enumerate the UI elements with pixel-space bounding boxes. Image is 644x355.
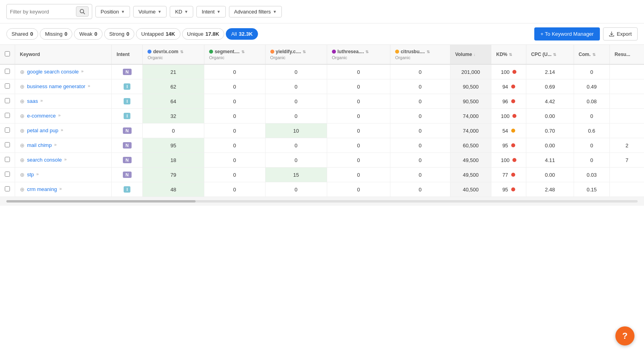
search-button[interactable] bbox=[76, 6, 89, 17]
advanced-filter-btn[interactable]: Advanced filters ▼ bbox=[229, 6, 282, 17]
devrix-cell: 21 bbox=[143, 64, 204, 79]
yieldify-cell: 0 bbox=[265, 94, 327, 109]
scroll-track[interactable] bbox=[6, 200, 638, 203]
tab-strong[interactable]: Strong 0 bbox=[104, 28, 135, 40]
volume-cell: 40,500 bbox=[450, 182, 491, 197]
header-keyword[interactable]: Keyword bbox=[15, 45, 112, 64]
resu-cell bbox=[610, 182, 644, 197]
row-checkbox-cell bbox=[0, 123, 15, 138]
luthresea-cell: 0 bbox=[327, 153, 390, 168]
header-devrix[interactable]: devrix.com ⇅ Organic bbox=[143, 45, 204, 64]
com-cell: 0.08 bbox=[574, 94, 610, 109]
row-checkbox[interactable] bbox=[5, 157, 10, 162]
tab-weak[interactable]: Weak 0 bbox=[74, 28, 102, 40]
expand-icon[interactable]: ⊕ bbox=[20, 69, 25, 75]
cpc-cell: 0.00 bbox=[526, 138, 574, 153]
table-row: ⊕petal and pup »N00100074,00054 0.700.6 bbox=[0, 123, 644, 138]
row-checkbox[interactable] bbox=[5, 172, 10, 177]
header-com[interactable]: Com. ⇅ bbox=[574, 45, 610, 64]
cpc-cell: 0.00 bbox=[526, 109, 574, 123]
keyword-arrows[interactable]: » bbox=[58, 113, 60, 118]
row-checkbox[interactable] bbox=[5, 83, 10, 89]
cpc-cell: 4.42 bbox=[526, 94, 574, 109]
segment-dot bbox=[209, 50, 213, 54]
position-filter-btn[interactable]: Position ▼ bbox=[95, 6, 130, 17]
row-checkbox[interactable] bbox=[5, 142, 10, 147]
expand-icon[interactable]: ⊕ bbox=[20, 98, 25, 104]
devrix-cell: 48 bbox=[143, 182, 204, 197]
header-citrusbu[interactable]: citrusbu.... ⇅ Organic bbox=[390, 45, 450, 64]
intent-badge: N bbox=[123, 172, 132, 178]
intent-badge: N bbox=[123, 69, 132, 75]
kd-chevron-icon: ▼ bbox=[184, 10, 188, 14]
table-row: ⊕google search console »N210000201,00010… bbox=[0, 64, 644, 79]
header-volume[interactable]: Volume ↓ bbox=[450, 45, 491, 64]
yieldify-cell: 0 bbox=[265, 64, 327, 79]
keyword-arrows[interactable]: » bbox=[61, 127, 63, 132]
expand-icon[interactable]: ⊕ bbox=[20, 83, 25, 90]
scroll-thumb[interactable] bbox=[6, 200, 196, 203]
row-checkbox-cell bbox=[0, 94, 15, 109]
expand-icon[interactable]: ⊕ bbox=[20, 186, 25, 193]
citrusbu-cell: 0 bbox=[390, 138, 450, 153]
segment-cell: 0 bbox=[204, 138, 265, 153]
segment-cell: 0 bbox=[204, 153, 265, 168]
row-checkbox-cell bbox=[0, 138, 15, 153]
header-cpc[interactable]: CPC (U... ⇅ bbox=[526, 45, 574, 64]
resu-cell: 7 bbox=[610, 153, 644, 168]
intent-cell: I bbox=[112, 182, 143, 197]
keyword-arrows[interactable]: » bbox=[40, 98, 43, 103]
header-segment[interactable]: segment.... ⇅ Organic bbox=[204, 45, 265, 64]
keyword-arrows[interactable]: » bbox=[54, 142, 56, 147]
export-button[interactable]: Export bbox=[603, 27, 638, 41]
expand-icon[interactable]: ⊕ bbox=[20, 172, 25, 178]
cpc-sort-icon: ⇅ bbox=[553, 52, 556, 57]
volume-filter-btn[interactable]: Volume ▼ bbox=[133, 6, 167, 17]
keyword-manager-button[interactable]: + To Keyword Manager bbox=[534, 27, 600, 41]
header-luthresea[interactable]: luthresea.... ⇅ Organic bbox=[327, 45, 390, 64]
row-checkbox[interactable] bbox=[5, 113, 10, 118]
expand-icon[interactable]: ⊕ bbox=[20, 127, 25, 134]
citrusbu-cell: 0 bbox=[390, 109, 450, 123]
tab-shared[interactable]: Shared 0 bbox=[6, 28, 38, 40]
header-yieldify[interactable]: yieldify.c.... ⇅ Organic bbox=[265, 45, 327, 64]
expand-icon[interactable]: ⊕ bbox=[20, 142, 25, 149]
citrusbu-cell: 0 bbox=[390, 153, 450, 168]
tab-bar: Shared 0 Missing 0 Weak 0 Strong 0 Untap… bbox=[0, 23, 644, 45]
kd-dot bbox=[511, 187, 515, 191]
kd-cell: 96 bbox=[491, 94, 526, 109]
row-checkbox[interactable] bbox=[5, 127, 10, 133]
keyword-arrows[interactable]: » bbox=[81, 69, 83, 73]
intent-filter-btn[interactable]: Intent ▼ bbox=[196, 6, 225, 17]
select-all-checkbox[interactable] bbox=[5, 51, 10, 56]
tab-missing[interactable]: Missing 0 bbox=[40, 28, 72, 40]
kd-filter-btn[interactable]: KD ▼ bbox=[170, 6, 193, 17]
cpc-cell: 4.11 bbox=[526, 153, 574, 168]
intent-chevron-icon: ▼ bbox=[217, 10, 221, 14]
yieldify-cell: 0 bbox=[265, 79, 327, 94]
header-intent[interactable]: Intent bbox=[112, 45, 143, 64]
keyword-arrows[interactable]: » bbox=[59, 186, 62, 191]
expand-icon[interactable]: ⊕ bbox=[20, 113, 25, 119]
header-resu[interactable]: Resu... bbox=[610, 45, 644, 64]
header-kd[interactable]: KD% ⇅ bbox=[491, 45, 526, 64]
keyword-arrows[interactable]: » bbox=[36, 172, 39, 176]
row-checkbox[interactable] bbox=[5, 186, 10, 191]
row-checkbox[interactable] bbox=[5, 98, 10, 103]
kd-dot bbox=[511, 143, 515, 147]
keyword-arrows[interactable]: » bbox=[88, 83, 90, 88]
keyword-arrows[interactable]: » bbox=[64, 157, 66, 162]
row-checkbox[interactable] bbox=[5, 69, 10, 74]
tab-all[interactable]: All 32.3K bbox=[226, 28, 258, 40]
expand-icon[interactable]: ⊕ bbox=[20, 157, 25, 163]
tab-untapped[interactable]: Untapped 14K bbox=[136, 28, 180, 40]
intent-cell: I bbox=[112, 109, 143, 123]
kd-cell: 95 bbox=[491, 182, 526, 197]
kd-dot bbox=[511, 85, 515, 89]
kd-dot bbox=[512, 70, 516, 74]
tab-unique[interactable]: Unique 17.8K bbox=[182, 28, 225, 40]
keyword-search-input[interactable] bbox=[10, 9, 74, 15]
devrix-cell: 32 bbox=[143, 109, 204, 123]
volume-cell: 74,000 bbox=[450, 109, 491, 123]
intent-cell: N bbox=[112, 64, 143, 79]
